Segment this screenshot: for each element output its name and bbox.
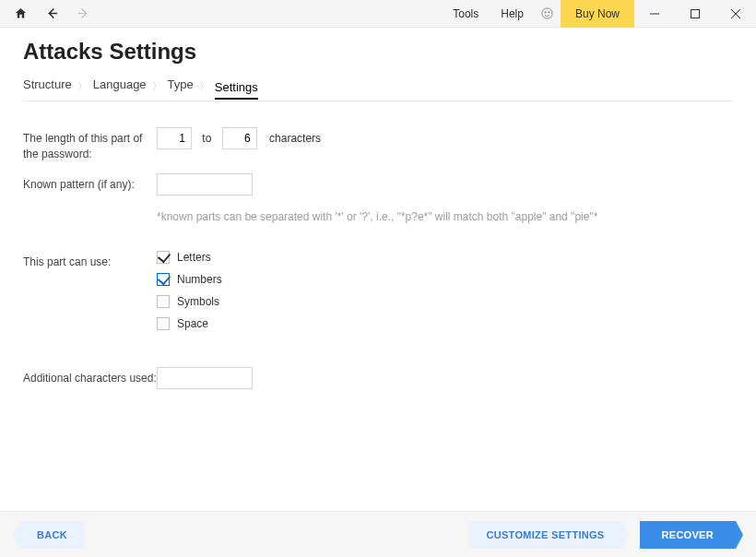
breadcrumb-item-structure[interactable]: Structure (23, 77, 72, 95)
checkbox-label-space: Space (177, 317, 208, 330)
customize-settings-button[interactable]: CUSTOMIZE SETTINGS (469, 521, 620, 549)
svg-point-1 (545, 12, 546, 13)
breadcrumb-item-type[interactable]: Type (168, 77, 194, 95)
svg-point-2 (549, 12, 549, 13)
length-after-text: characters (269, 132, 321, 145)
checkbox-letters[interactable] (157, 251, 170, 264)
checkbox-label-letters: Letters (177, 251, 211, 264)
length-to-input[interactable] (222, 127, 257, 149)
additional-label: Additional characters used: (23, 367, 157, 386)
length-controls: to characters (157, 127, 733, 149)
titlebar: Tools Help Buy Now (0, 0, 756, 28)
back-button[interactable]: BACK (20, 521, 84, 549)
svg-rect-4 (691, 9, 700, 18)
checkbox-row-space: Space (157, 317, 733, 330)
use-label: This part can use: (23, 251, 157, 270)
length-between-text: to (202, 132, 211, 145)
window-minimize[interactable] (634, 0, 675, 28)
chevron-right-icon: 〉 (77, 79, 88, 93)
checkbox-space[interactable] (157, 317, 170, 330)
breadcrumb: Structure〉Language〉Type〉Settings (23, 77, 733, 101)
window-maximize[interactable] (675, 0, 715, 28)
checkbox-row-letters: Letters (157, 251, 733, 264)
additional-controls (157, 367, 733, 389)
form-area: The length of this part of the password:… (23, 127, 733, 389)
pattern-hint: *known parts can be separated with '*' o… (157, 210, 733, 223)
checkbox-row-numbers: Numbers (157, 273, 733, 286)
checkbox-row-symbols: Symbols (157, 295, 733, 308)
row-length: The length of this part of the password:… (23, 127, 733, 162)
nav-forward-button (70, 1, 96, 27)
pattern-label: Known pattern (if any): (23, 173, 157, 193)
titlebar-left (7, 1, 96, 27)
use-controls: LettersNumbersSymbolsSpace (157, 251, 733, 339)
checkbox-label-symbols: Symbols (177, 295, 219, 308)
row-pattern: Known pattern (if any): (23, 173, 733, 196)
breadcrumb-item-settings[interactable]: Settings (215, 80, 258, 100)
chevron-right-icon: 〉 (152, 79, 162, 93)
length-label: The length of this part of the password: (23, 127, 157, 162)
menu-help[interactable]: Help (490, 0, 535, 28)
window-close[interactable] (715, 0, 756, 28)
row-hint: *known parts can be separated with '*' o… (23, 207, 733, 223)
nav-back-button[interactable] (39, 1, 65, 27)
pattern-controls (157, 173, 733, 196)
breadcrumb-item-language[interactable]: Language (93, 77, 147, 95)
menu-tools[interactable]: Tools (442, 0, 490, 28)
buy-now-button[interactable]: Buy Now (561, 0, 634, 28)
chevron-right-icon: 〉 (199, 79, 209, 93)
row-use: This part can use: LettersNumbersSymbols… (23, 251, 733, 339)
pattern-input[interactable] (157, 173, 253, 196)
footer: BACK CUSTOMIZE SETTINGS RECOVER (0, 511, 756, 557)
length-from-input[interactable] (157, 127, 192, 149)
content-area: Attacks Settings Structure〉Language〉Type… (0, 28, 756, 511)
maximize-icon (691, 9, 700, 18)
recover-button[interactable]: RECOVER (640, 521, 737, 549)
row-additional: Additional characters used: (23, 367, 733, 389)
page-title: Attacks Settings (23, 39, 733, 65)
arrow-right-icon (77, 6, 90, 20)
arrow-left-icon (45, 6, 59, 20)
checkbox-numbers[interactable] (157, 273, 170, 286)
feedback-button[interactable] (535, 1, 561, 27)
smile-icon (540, 6, 554, 20)
checkbox-symbols[interactable] (157, 295, 170, 308)
minimize-icon (650, 9, 659, 18)
additional-input[interactable] (157, 367, 253, 389)
hint-empty-label (23, 207, 157, 210)
home-icon (14, 6, 28, 20)
close-icon (731, 9, 740, 18)
home-button[interactable] (7, 1, 33, 27)
checkbox-label-numbers: Numbers (177, 273, 222, 286)
svg-point-0 (542, 8, 552, 18)
